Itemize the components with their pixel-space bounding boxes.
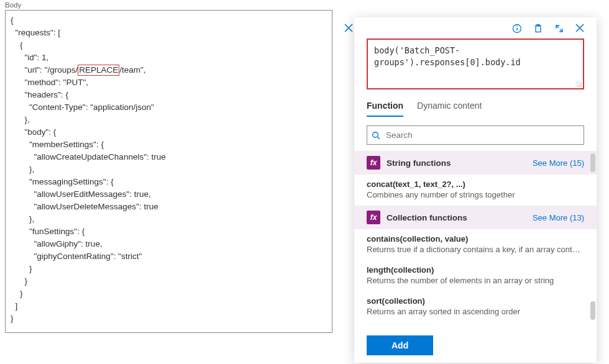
tab-function[interactable]: Function <box>367 97 403 117</box>
function-item-sort[interactable]: sort(collection) Returns an array sorted… <box>354 291 597 322</box>
body-code-editor[interactable]: { "requests": [ { "id": 1, "url": "/grou… <box>5 10 332 333</box>
svg-rect-1 <box>516 28 517 30</box>
flyout-toolbar <box>354 17 597 36</box>
body-editor-panel: Body { "requests": [ { "id": 1, "url": "… <box>5 1 341 333</box>
scrollbar-thumb[interactable] <box>590 301 595 320</box>
scrollbar-thumb[interactable] <box>590 153 595 172</box>
function-desc: Returns true if a dictionary contains a … <box>367 245 584 254</box>
category-title: String functions <box>387 158 451 168</box>
body-field-label: Body <box>5 1 341 9</box>
function-name: length(collection) <box>367 265 584 275</box>
search-input[interactable] <box>367 125 584 145</box>
expression-flyout: body('Batch_POST-groups').responses[0].b… <box>354 17 597 363</box>
svg-rect-2 <box>516 26 517 27</box>
function-item-length[interactable]: length(collection) Returns the number of… <box>354 260 597 291</box>
function-desc: Returns the number of elements in an arr… <box>367 276 584 285</box>
function-item-contains[interactable]: contains(collection, value) Returns true… <box>354 229 597 260</box>
category-string-functions[interactable]: fx String functions See More (15) <box>354 151 597 175</box>
close-icon[interactable] <box>575 24 584 34</box>
function-name: contains(collection, value) <box>367 234 584 243</box>
expand-icon[interactable] <box>554 24 564 34</box>
functions-scroll-area[interactable]: fx String functions See More (15) concat… <box>354 151 597 329</box>
code-pre: { "requests": [ { "id": 1, "url": "/grou… <box>11 16 78 75</box>
function-desc: Combines any number of strings together <box>367 190 584 199</box>
function-name: concat(text_1, text_2?, ...) <box>367 180 584 189</box>
fx-icon: fx <box>367 211 380 224</box>
search-wrap <box>367 125 584 145</box>
see-more-link[interactable]: See More (13) <box>533 213 584 222</box>
fx-icon: fx <box>367 156 380 170</box>
see-more-link[interactable]: See More (15) <box>533 158 584 168</box>
search-icon <box>372 131 380 140</box>
add-button[interactable]: Add <box>367 335 433 355</box>
function-item-concat[interactable]: concat(text_1, text_2?, ...) Combines an… <box>354 175 597 206</box>
replace-highlight: REPLACE <box>78 65 119 76</box>
add-bar: Add <box>354 329 597 363</box>
close-flyout-icon[interactable] <box>344 24 353 32</box>
svg-point-5 <box>373 132 378 137</box>
tab-dynamic-content[interactable]: Dynamic content <box>417 97 482 117</box>
code-post: /team", "method": "PUT", "headers": { "C… <box>11 65 166 323</box>
function-desc: Returns an array sorted in ascending ord… <box>367 307 584 316</box>
flyout-tabs: Function Dynamic content <box>354 97 597 117</box>
svg-line-6 <box>377 137 380 139</box>
clipboard-icon[interactable] <box>533 24 543 34</box>
category-title: Collection functions <box>387 213 467 222</box>
info-icon[interactable] <box>512 24 522 34</box>
function-name: sort(collection) <box>367 296 584 306</box>
category-collection-functions[interactable]: fx Collection functions See More (13) <box>354 206 597 229</box>
expression-input[interactable]: body('Batch_POST-groups').responses[0].b… <box>367 39 584 89</box>
